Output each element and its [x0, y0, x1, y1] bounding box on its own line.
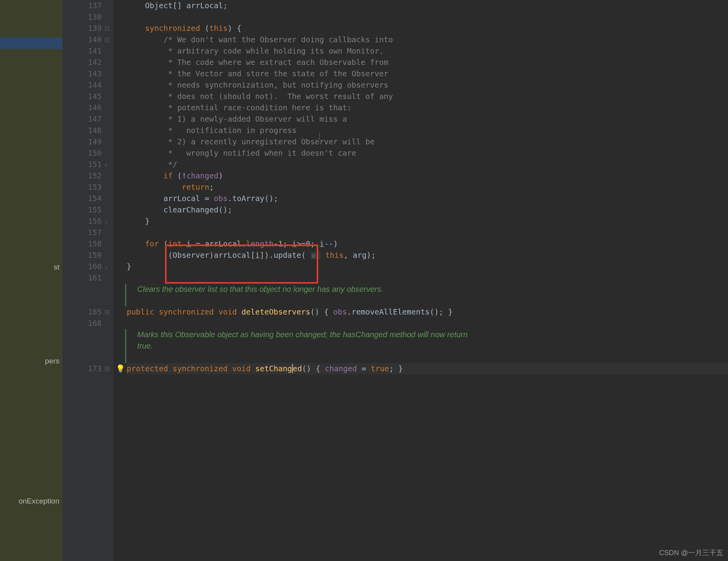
code-line[interactable]: * does not (should not). The worst resul… — [127, 91, 728, 102]
code-line[interactable]: return; — [127, 182, 728, 193]
code-token: i — [255, 251, 260, 260]
code-line[interactable]: public synchronized void deleteObservers… — [127, 306, 728, 318]
code-line[interactable]: * the Vector and store the state of the … — [127, 68, 728, 79]
code-token: ( — [205, 24, 210, 33]
code-token: for — [145, 239, 163, 248]
code-line[interactable] — [127, 11, 728, 23]
line-number[interactable]: 152 — [63, 170, 102, 182]
line-number[interactable] — [63, 340, 102, 352]
code-token: true — [371, 364, 389, 373]
line-number[interactable]: 158 — [63, 238, 102, 250]
line-number[interactable]: 165 — [63, 306, 102, 318]
code-line[interactable]: /* We don't want the Observer doing call… — [127, 34, 728, 45]
code-token: update — [274, 251, 301, 260]
code-line[interactable]: */ — [127, 159, 728, 170]
code-line[interactable]: Clears the observer list so that this ob… — [127, 284, 728, 295]
code-line[interactable]: } — [127, 216, 728, 227]
fold-collapse-icon[interactable] — [102, 23, 112, 34]
line-number-gutter[interactable]: 1371381391401411421431441451461471481491… — [63, 0, 113, 561]
line-number[interactable]: 161 — [63, 272, 102, 284]
code-line[interactable]: * potential race-condition here is that: — [127, 102, 728, 113]
code-line[interactable]: Marks this Observable object as having b… — [127, 329, 728, 340]
line-number[interactable]: 138 — [63, 11, 102, 23]
code-line[interactable] — [127, 227, 728, 238]
fold-end-icon[interactable] — [102, 216, 112, 227]
line-number[interactable]: 140 — [63, 34, 102, 45]
sidebar-item[interactable]: onException — [15, 494, 63, 508]
code-token: . — [228, 194, 232, 203]
code-token: ; — [283, 239, 292, 248]
fold-end-icon[interactable] — [102, 159, 112, 170]
line-number[interactable]: 173 — [63, 363, 102, 374]
line-number[interactable]: 137 — [63, 0, 102, 11]
code-editor[interactable]: Object[] arrLocal; synchronized (this) {… — [113, 0, 728, 561]
line-number[interactable]: 153 — [63, 182, 102, 193]
code-line[interactable]: clearChanged(); — [127, 204, 728, 216]
line-number[interactable] — [63, 352, 102, 363]
line-number[interactable] — [63, 329, 102, 340]
line-number[interactable]: 143 — [63, 68, 102, 79]
code-line[interactable]: } — [127, 261, 728, 272]
line-number[interactable]: 159 — [63, 250, 102, 261]
project-sidebar[interactable]: st pers onException — [0, 0, 63, 561]
code-line[interactable]: 💡protected synchronized void setChanged(… — [127, 363, 728, 374]
code-line[interactable]: * 2) a recently unregistered Observer wi… — [127, 136, 728, 147]
line-number[interactable]: 157 — [63, 227, 102, 238]
line-number[interactable]: 148 — [63, 125, 102, 136]
code-line[interactable]: * The code where we extract each Observa… — [127, 57, 728, 68]
line-number[interactable] — [63, 284, 102, 295]
code-token: o: — [310, 252, 321, 259]
code-line[interactable]: * arbitrary code while holding its own M… — [127, 45, 728, 57]
line-number[interactable]: 141 — [63, 45, 102, 57]
sidebar-item[interactable]: st — [50, 260, 63, 274]
code-line[interactable]: * notification in progress — [127, 125, 728, 136]
line-number[interactable]: 147 — [63, 113, 102, 125]
intention-bulb-icon[interactable]: 💡 — [116, 363, 125, 374]
line-number[interactable]: 156 — [63, 216, 102, 227]
line-number[interactable]: 155 — [63, 204, 102, 216]
fold-expand-icon[interactable] — [102, 363, 112, 374]
code-token: * notification in progress — [163, 126, 296, 135]
code-token: public synchronized void — [127, 307, 242, 316]
code-token: /* We don't want the Observer doing call… — [163, 35, 393, 44]
code-line[interactable]: ((Observer)arrLocal[i]).update( o: this,… — [127, 250, 728, 261]
line-number[interactable]: 154 — [63, 193, 102, 204]
code-token: (); — [264, 194, 278, 203]
code-line[interactable] — [127, 352, 728, 363]
sidebar-item[interactable]: pers — [42, 354, 63, 368]
code-token: removeAllElements — [351, 307, 430, 316]
code-line[interactable] — [127, 272, 728, 284]
code-line[interactable]: for (int i = arrLocal.length-1; i>=0; i-… — [127, 238, 728, 250]
line-number[interactable] — [63, 295, 102, 306]
line-number[interactable]: 151 — [63, 159, 102, 170]
code-line[interactable]: synchronized (this) { — [127, 23, 728, 34]
code-line[interactable]: Object[] arrLocal; — [127, 0, 728, 11]
fold-expand-icon[interactable] — [102, 306, 112, 318]
code-line[interactable]: * 1) a newly-added Observer will miss a — [127, 113, 728, 125]
code-line[interactable]: * wrongly notified when it doesn't care — [127, 147, 728, 159]
line-number[interactable]: 168 — [63, 318, 102, 329]
code-line[interactable] — [127, 295, 728, 306]
line-number[interactable]: 146 — [63, 102, 102, 113]
line-number[interactable]: 142 — [63, 57, 102, 68]
line-number[interactable]: 144 — [63, 79, 102, 91]
code-token: * The code where we extract each Observa… — [163, 58, 388, 67]
code-line[interactable] — [127, 318, 728, 329]
code-token: toArray — [232, 194, 264, 203]
line-number[interactable]: 160 — [63, 261, 102, 272]
code-token: ) — [219, 171, 223, 180]
code-line[interactable]: if (!changed) — [127, 170, 728, 182]
code-token: = arrLocal. — [191, 239, 246, 248]
code-token: * 1) a newly-added Observer will miss a — [163, 115, 347, 124]
code-token: 0 — [306, 239, 310, 248]
line-number[interactable]: 149 — [63, 136, 102, 147]
fold-collapse-icon[interactable] — [102, 34, 112, 45]
code-token: protected synchronized void — [127, 364, 255, 373]
line-number[interactable]: 150 — [63, 147, 102, 159]
line-number[interactable]: 139 — [63, 23, 102, 34]
code-line[interactable]: * needs synchronization, but notifying o… — [127, 79, 728, 91]
code-line[interactable]: arrLocal = obs.toArray(); — [127, 193, 728, 204]
line-number[interactable]: 145 — [63, 91, 102, 102]
fold-end-icon[interactable] — [102, 261, 112, 272]
code-line[interactable]: true. — [127, 340, 728, 352]
